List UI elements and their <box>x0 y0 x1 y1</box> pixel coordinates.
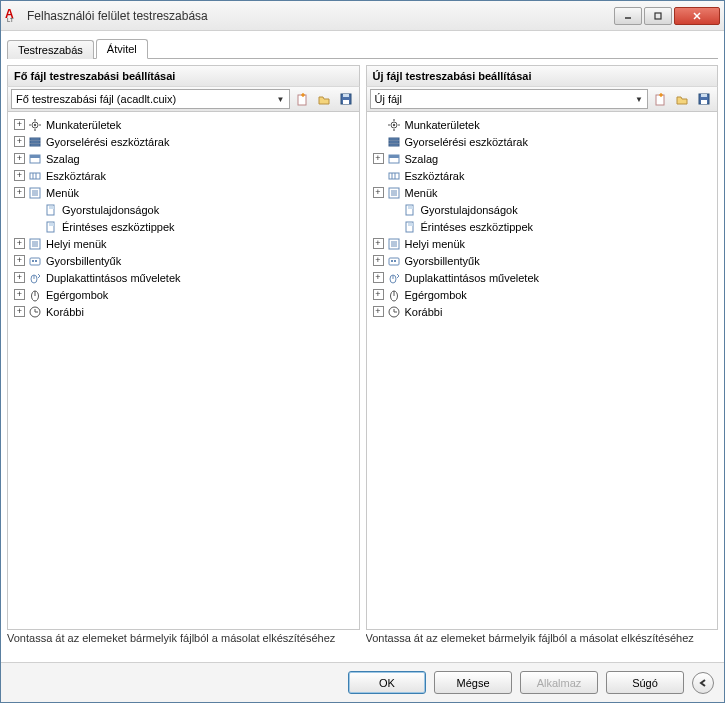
new-file-icon[interactable] <box>292 89 312 109</box>
context-help-icon[interactable] <box>692 672 714 694</box>
key-icon <box>27 254 43 268</box>
svg-rect-18 <box>30 155 40 158</box>
expand-icon[interactable] <box>373 306 384 317</box>
expand-icon[interactable] <box>14 170 25 181</box>
tree-node[interactable]: Gyorsbillentyűk <box>10 252 357 269</box>
tree-node-label: Gyorselérési eszköztárak <box>46 136 170 148</box>
svg-rect-59 <box>389 173 399 179</box>
tree-node[interactable]: Duplakattintásos műveletek <box>369 269 716 286</box>
tree-node[interactable]: Eszköztárak <box>369 167 716 184</box>
svg-rect-69 <box>408 223 413 226</box>
tree-node[interactable]: Egérgombok <box>369 286 716 303</box>
tree-node[interactable]: Munkaterületek <box>369 116 716 133</box>
svg-rect-54 <box>389 138 399 140</box>
minimize-button[interactable] <box>614 7 642 25</box>
tree-node[interactable]: Egérgombok <box>10 286 357 303</box>
toolbar-icon <box>386 169 402 183</box>
tree-node[interactable]: Menük <box>10 184 357 201</box>
tree-node-label: Eszköztárak <box>46 170 106 182</box>
expand-icon[interactable] <box>373 289 384 300</box>
tree-node[interactable]: Szalag <box>369 150 716 167</box>
tree-node-label: Szalag <box>46 153 80 165</box>
save-file-icon[interactable] <box>336 89 356 109</box>
tree-node[interactable]: Duplakattintásos műveletek <box>10 269 357 286</box>
tree-node-label: Érintéses eszköztippek <box>62 221 175 233</box>
expand-icon[interactable] <box>373 153 384 164</box>
tree-node[interactable]: Menük <box>369 184 716 201</box>
tree-node[interactable]: Szalag <box>10 150 357 167</box>
tab-label: Átvitel <box>107 43 137 55</box>
svg-rect-67 <box>408 206 413 209</box>
tab-body: Fő fájl testreszabási beállításai Fő tes… <box>7 59 718 656</box>
left-panel-header: Fő fájl testreszabási beállításai <box>7 65 360 86</box>
expand-icon[interactable] <box>14 119 25 130</box>
tabstrip: Testreszabás Átvitel <box>7 37 718 59</box>
right-file-combo[interactable]: Új fájl ▼ <box>370 89 649 109</box>
expand-icon[interactable] <box>14 153 25 164</box>
tree-node[interactable]: Eszköztárak <box>10 167 357 184</box>
clock-icon <box>386 305 402 319</box>
tree-node[interactable]: Gyorstulajdonságok <box>369 201 716 218</box>
expand-icon[interactable] <box>373 272 384 283</box>
leaf-icon <box>43 203 59 217</box>
tree-node[interactable]: Korábbi <box>369 303 716 320</box>
save-file-icon[interactable] <box>694 89 714 109</box>
tree-node[interactable]: Helyi menük <box>369 235 716 252</box>
expand-icon[interactable] <box>373 238 384 249</box>
svg-rect-56 <box>389 144 399 146</box>
toolbar-icon <box>27 169 43 183</box>
svg-point-49 <box>392 123 394 125</box>
tree-node[interactable]: Gyorstulajdonságok <box>10 201 357 218</box>
tree-node-label: Érintéses eszköztippek <box>421 221 534 233</box>
cancel-button[interactable]: Mégse <box>434 671 512 694</box>
left-file-combo[interactable]: Fő testreszabási fájl (acadlt.cuix) ▼ <box>11 89 290 109</box>
tree-node[interactable]: Gyorselérési eszköztárak <box>10 133 357 150</box>
tree-node[interactable]: Munkaterületek <box>10 116 357 133</box>
tree-node-label: Helyi menük <box>46 238 107 250</box>
open-file-icon[interactable] <box>672 89 692 109</box>
mouse-icon <box>386 288 402 302</box>
tree-node-label: Gyorstulajdonságok <box>421 204 518 216</box>
left-tree[interactable]: MunkaterületekGyorselérési eszköztárakSz… <box>7 112 360 630</box>
expand-icon[interactable] <box>14 238 25 249</box>
tab-transfer[interactable]: Átvitel <box>96 39 148 59</box>
right-panel: Új fájl testreszabási beállításai Új fáj… <box>366 65 719 656</box>
stack-icon <box>386 135 402 149</box>
svg-rect-29 <box>49 223 54 226</box>
tree-node[interactable]: Gyorselérési eszköztárak <box>369 133 716 150</box>
menu-icon <box>386 186 402 200</box>
tree-node[interactable]: Gyorsbillentyűk <box>369 252 716 269</box>
leaf-icon <box>402 220 418 234</box>
tree-node[interactable]: Korábbi <box>10 303 357 320</box>
stack-icon <box>27 135 43 149</box>
mouse-icon <box>27 288 43 302</box>
right-panel-toolbar: Új fájl ▼ <box>366 86 719 112</box>
tree-node[interactable]: Érintéses eszköztippek <box>369 218 716 235</box>
expand-icon[interactable] <box>14 136 25 147</box>
tree-node-label: Korábbi <box>405 306 443 318</box>
tree-node-label: Egérgombok <box>405 289 467 301</box>
ribbon-icon <box>27 152 43 166</box>
ok-button[interactable]: OK <box>348 671 426 694</box>
expand-icon[interactable] <box>14 272 25 283</box>
tree-node[interactable]: Helyi menük <box>10 235 357 252</box>
expand-icon[interactable] <box>14 306 25 317</box>
expand-icon[interactable] <box>14 289 25 300</box>
new-file-icon[interactable] <box>650 89 670 109</box>
menu-icon <box>386 237 402 251</box>
expand-icon[interactable] <box>14 187 25 198</box>
expand-icon[interactable] <box>373 255 384 266</box>
tree-node[interactable]: Érintéses eszköztippek <box>10 218 357 235</box>
close-button[interactable] <box>674 7 720 25</box>
menu-icon <box>27 186 43 200</box>
right-tree[interactable]: MunkaterületekGyorselérési eszköztárakSz… <box>366 112 719 630</box>
left-panel: Fő fájl testreszabási beállításai Fő tes… <box>7 65 360 656</box>
expand-icon[interactable] <box>373 187 384 198</box>
expand-icon[interactable] <box>14 255 25 266</box>
help-button[interactable]: Súgó <box>606 671 684 694</box>
button-label: Súgó <box>632 677 658 689</box>
button-label: OK <box>379 677 395 689</box>
maximize-button[interactable] <box>644 7 672 25</box>
open-file-icon[interactable] <box>314 89 334 109</box>
tab-customize[interactable]: Testreszabás <box>7 40 94 59</box>
